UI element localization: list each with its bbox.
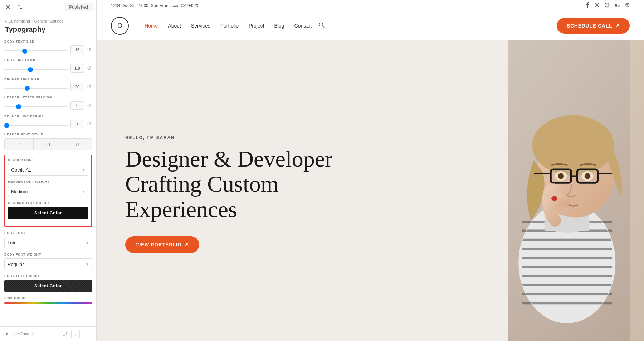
svg-point-43 <box>585 173 591 179</box>
nav-about[interactable]: About <box>163 11 186 40</box>
close-icon[interactable] <box>3 2 13 12</box>
header-line-height-group: HEADER LINE HEIGHT 1 ↺ <box>4 114 92 128</box>
panel-title: Typography <box>5 25 91 34</box>
header-letter-spacing-input[interactable]: 0 <box>70 101 84 110</box>
svg-point-11 <box>608 4 609 4</box>
body-text-size-row: 16 ↺ <box>4 45 92 54</box>
body-text-size-group: BODY TEXT SIZE 16 ↺ <box>4 40 92 54</box>
svg-line-14 <box>322 26 324 28</box>
body-font-weight-select[interactable]: Regular Medium Bold Light <box>4 258 92 270</box>
published-button[interactable]: Published <box>64 3 93 11</box>
hero-title: Designer & Developer Crafting Custom Exp… <box>125 147 487 222</box>
dribbble-icon[interactable] <box>625 3 630 9</box>
hero-section: HELLO, I'M SARAH Designer & Developer Cr… <box>97 40 644 341</box>
left-panel: Published ‹ Customizing › General Settin… <box>0 0 97 341</box>
site-top-bar: 1234 Divi St. #1000, San Francisco, CA 9… <box>97 0 644 11</box>
header-line-height-slider[interactable] <box>4 125 68 126</box>
svg-point-42 <box>558 173 564 179</box>
hide-controls-bar[interactable]: ▼ Hide Controls <box>0 326 96 341</box>
svg-point-34 <box>532 115 614 176</box>
portfolio-btn-icon: ↗ <box>184 242 189 247</box>
header-text-size-slider[interactable] <box>4 88 68 89</box>
nav-home[interactable]: Home <box>140 11 163 40</box>
header-font-style-label: HEADER FONT STYLE <box>4 133 92 136</box>
body-text-size-slider[interactable] <box>4 50 68 51</box>
twitter-x-icon[interactable] <box>595 3 600 9</box>
italic-button[interactable]: I <box>5 139 34 150</box>
header-line-height-label: HEADER LINE HEIGHT <box>4 114 92 118</box>
header-font-select[interactable]: Gothic A1 Roboto Open Sans Lato <box>8 164 88 176</box>
portfolio-btn-label: VIEW PORTFOLIO <box>136 242 181 247</box>
body-line-height-row: 1.8 ↺ <box>4 64 92 73</box>
body-line-height-input[interactable]: 1.8 <box>70 64 84 73</box>
link-color-bar[interactable] <box>4 302 92 304</box>
nav-project[interactable]: Project <box>244 11 269 40</box>
site-address: 1234 Divi St. #1000, San Francisco, CA 9… <box>111 3 199 8</box>
nav-portfolio[interactable]: Portfolio <box>215 11 244 40</box>
nav-blog[interactable]: Blog <box>269 11 289 40</box>
body-font-select[interactable]: Lato Roboto Open Sans Gothic A1 <box>4 237 92 248</box>
hero-text: HELLO, I'M SARAH Designer & Developer Cr… <box>97 40 508 341</box>
header-font-weight-label: HEADER FONT WEIGHT <box>8 180 88 183</box>
header-line-height-reset[interactable]: ↺ <box>86 120 92 128</box>
header-letter-spacing-slider[interactable] <box>4 106 68 107</box>
header-font-label: HEADER FONT <box>8 158 88 162</box>
header-line-height-input[interactable]: 1 <box>70 120 84 128</box>
body-font-select-wrap: Lato Roboto Open Sans Gothic A1 ▼ <box>4 237 92 248</box>
body-text-size-input[interactable]: 16 <box>70 45 84 54</box>
panel-content: BODY TEXT SIZE 16 ↺ BODY LINE HEIGHT 1.8… <box>0 36 96 326</box>
back-arrow-btn[interactable]: ‹ <box>5 18 7 24</box>
search-icon[interactable] <box>319 22 325 29</box>
hero-title-line3: Experiences <box>125 197 237 222</box>
font-style-row: I TT U <box>4 138 92 150</box>
caps-button[interactable]: TT <box>34 139 63 150</box>
social-bar: Be <box>586 2 630 9</box>
body-text-color-group: BODY TEXT COLOR Select Color <box>4 274 92 292</box>
hide-controls-icon: ▼ <box>5 332 9 336</box>
header-letter-spacing-reset[interactable]: ↺ <box>86 102 92 109</box>
heading-text-color-label: HEADING TEXT COLOR <box>8 201 88 205</box>
hide-controls-label: Hide Controls <box>11 332 35 336</box>
facebook-icon[interactable] <box>586 2 590 9</box>
link-color-group: LINK COLOR <box>4 296 92 304</box>
desktop-view-btn[interactable] <box>60 330 68 338</box>
body-text-size-reset[interactable]: ↺ <box>86 46 92 53</box>
body-line-height-slider[interactable] <box>4 69 68 70</box>
behance-icon[interactable]: Be <box>615 4 620 8</box>
hero-title-line1: Designer & Developer <box>125 146 332 172</box>
preview-area: 1234 Divi St. #1000, San Francisco, CA 9… <box>97 0 644 341</box>
svg-rect-17 <box>630 40 644 341</box>
svg-rect-22 <box>522 248 612 250</box>
view-portfolio-button[interactable]: VIEW PORTFOLIO ↗ <box>125 236 199 253</box>
arrows-icon[interactable] <box>15 2 25 12</box>
svg-point-8 <box>87 335 87 335</box>
header-text-size-label: HEADER TEXT SIZE <box>4 77 92 80</box>
mobile-view-btn[interactable] <box>83 330 91 338</box>
body-line-height-reset[interactable]: ↺ <box>86 65 92 72</box>
tablet-view-btn[interactable] <box>71 330 80 338</box>
header-font-weight-select[interactable]: Medium Regular Bold Light <box>8 186 88 197</box>
underline-button[interactable]: U <box>63 139 92 150</box>
nav-services[interactable]: Services <box>186 11 215 40</box>
link-color-label: LINK COLOR <box>4 296 92 300</box>
header-text-size-input[interactable]: 30 <box>70 83 84 91</box>
view-icons <box>60 330 91 338</box>
header-text-size-row: 30 ↺ <box>4 83 92 91</box>
topbar-icons <box>3 2 25 12</box>
nav-contact[interactable]: Contact <box>289 11 317 40</box>
header-text-size-reset[interactable]: ↺ <box>86 83 92 90</box>
svg-rect-28 <box>522 302 612 305</box>
body-color-button[interactable]: Select Color <box>4 280 92 292</box>
site-logo[interactable]: D <box>111 17 129 35</box>
body-text-color-label: BODY TEXT COLOR <box>4 274 92 278</box>
body-font-label: BODY FONT <box>4 231 92 235</box>
schedule-call-button[interactable]: SCHEDULE CALL ↗ <box>557 18 630 34</box>
body-font-weight-group: BODY FONT WEIGHT Regular Medium Bold Lig… <box>4 253 92 270</box>
instagram-icon[interactable] <box>605 3 610 9</box>
svg-rect-21 <box>522 239 612 241</box>
body-line-height-label: BODY LINE HEIGHT <box>4 58 92 62</box>
header-text-size-group: HEADER TEXT SIZE 30 ↺ <box>4 77 92 91</box>
hero-image <box>508 40 644 341</box>
heading-color-button[interactable]: Select Color <box>8 207 88 219</box>
svg-rect-27 <box>522 293 612 295</box>
